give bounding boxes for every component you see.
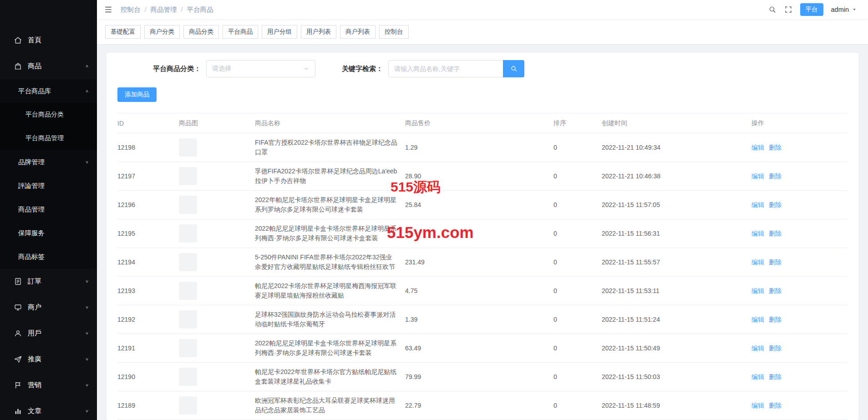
cell-id: 12198 bbox=[117, 133, 179, 162]
cell-actions: 编辑删除 bbox=[751, 305, 848, 334]
edit-link[interactable]: 编辑 bbox=[751, 144, 764, 151]
sidebar-item[interactable]: 品牌管理 ∨ bbox=[0, 150, 97, 174]
cell-name: 2022年帕尼尼卡塔尔世界杯足球明星卡盒足球明星系列罗纳尔多足球有限公司球迷卡套… bbox=[255, 191, 405, 219]
keyword-filter-label: 关键字检索： bbox=[342, 65, 383, 73]
edit-link[interactable]: 编辑 bbox=[751, 230, 764, 237]
category-select[interactable]: 请选择 bbox=[206, 60, 315, 77]
cell-price: 79.99 bbox=[405, 363, 553, 391]
tab[interactable]: 商户列表 × bbox=[340, 25, 376, 39]
sidebar-item[interactable]: 商品标签 bbox=[0, 245, 97, 268]
breadcrumb-separator: / bbox=[181, 6, 183, 13]
sidebar-item[interactable]: 推廣 ∨ bbox=[0, 346, 97, 372]
cell-sort: 0 bbox=[553, 248, 602, 277]
sidebar-item[interactable]: 平台商品管理 bbox=[0, 127, 97, 150]
delete-link[interactable]: 删除 bbox=[769, 287, 782, 294]
chevron-icon: ∨ bbox=[85, 279, 89, 283]
breadcrumb-link[interactable]: 平台商品 bbox=[187, 5, 213, 14]
article-icon bbox=[14, 407, 22, 415]
table-row: 12198 FIFA官方授权2022卡塔尔世界杯吉祥物足球纪念品口罩 1.29 … bbox=[117, 133, 848, 162]
keyword-input[interactable] bbox=[388, 60, 503, 77]
cell-created: 2022-11-15 11:50:03 bbox=[602, 363, 751, 391]
edit-link[interactable]: 编辑 bbox=[751, 172, 764, 180]
sidebar-item-label: 保障服务 bbox=[18, 229, 45, 238]
table-row: 12195 2022帕尼尼足球明星卡盒卡塔尔世界杯足球明星系列梅西·罗纳尔多足球… bbox=[117, 219, 848, 248]
sidebar-item[interactable]: 商品 ∧ bbox=[0, 53, 97, 79]
edit-link[interactable]: 编辑 bbox=[751, 373, 764, 380]
cell-id: 12193 bbox=[117, 277, 179, 305]
sidebar-item[interactable]: 商品管理 bbox=[0, 197, 97, 221]
cell-image bbox=[179, 219, 255, 248]
user-menu[interactable]: admin bbox=[831, 6, 858, 13]
edit-link[interactable]: 编辑 bbox=[751, 287, 764, 294]
chevron-icon: ∨ bbox=[85, 357, 89, 361]
promote-icon bbox=[14, 355, 22, 364]
product-image-placeholder bbox=[179, 339, 197, 357]
search-icon[interactable] bbox=[768, 5, 777, 14]
fullscreen-icon[interactable] bbox=[784, 5, 792, 14]
table-row: 12192 足球杯32强国旗纹身防水运动会马拉松赛事派对活动临时贴纸卡塔尔葡萄牙… bbox=[117, 305, 848, 334]
cell-name: 欧洲冠军杯表彰纪念品大耳朵联赛足球奖杯球迷用品纪念品家居装饰工艺品 bbox=[255, 391, 405, 420]
tab[interactable]: 用户分组 × bbox=[262, 25, 297, 39]
cell-created: 2022-11-15 11:50:49 bbox=[602, 334, 751, 363]
sidebar-item[interactable]: 营销 ∨ bbox=[0, 372, 97, 398]
sidebar-toggle-icon[interactable] bbox=[104, 5, 113, 14]
sidebar-item[interactable]: 評論管理 bbox=[0, 174, 97, 197]
sidebar-item-label: 商品管理 bbox=[18, 205, 45, 214]
sidebar-item[interactable]: 保障服务 bbox=[0, 221, 97, 245]
sidebar-item[interactable]: 平台商品分类 bbox=[0, 103, 97, 127]
edit-link[interactable]: 编辑 bbox=[751, 258, 764, 266]
edit-link[interactable]: 编辑 bbox=[751, 402, 764, 409]
delete-link[interactable]: 删除 bbox=[769, 230, 782, 237]
cell-name: 孚德FIFA2022卡塔尔世界杯足球纪念品周边La'eeb拉伊卜手办吉祥物 bbox=[255, 162, 405, 191]
cell-id: 12195 bbox=[117, 219, 179, 248]
cell-id: 12191 bbox=[117, 334, 179, 363]
cell-image bbox=[179, 191, 255, 219]
search-button[interactable] bbox=[503, 60, 524, 77]
cell-actions: 编辑删除 bbox=[751, 191, 848, 219]
cell-image bbox=[179, 162, 255, 191]
cell-image bbox=[179, 305, 255, 334]
delete-link[interactable]: 删除 bbox=[769, 402, 782, 409]
tab[interactable]: 商品分类 × bbox=[183, 25, 219, 39]
tab-label: 商户列表 bbox=[345, 28, 370, 36]
cell-created: 2022-11-15 11:56:31 bbox=[602, 219, 751, 248]
platform-badge[interactable]: 平台 bbox=[800, 3, 823, 16]
tab[interactable]: 商户分类 × bbox=[144, 25, 180, 39]
sidebar-item[interactable]: 訂單 ∨ bbox=[0, 268, 97, 294]
delete-link[interactable]: 删除 bbox=[769, 201, 782, 208]
cell-price: 4.75 bbox=[405, 277, 553, 305]
cell-name: 帕尼尼卡2022年世界杯卡塔尔官方贴纸帕尼尼贴纸盒套装球迷球星礼品收集卡 bbox=[255, 363, 405, 391]
cell-sort: 0 bbox=[553, 219, 602, 248]
delete-link[interactable]: 删除 bbox=[769, 373, 782, 380]
cell-sort: 0 bbox=[553, 305, 602, 334]
breadcrumb: 控制台 / 商品管理 / 平台商品 / bbox=[121, 5, 213, 14]
sidebar-item[interactable]: 商户 ∨ bbox=[0, 294, 97, 320]
tab[interactable]: 用户列表 × bbox=[301, 25, 336, 39]
cell-created: 2022-11-21 10:49:34 bbox=[602, 133, 751, 162]
edit-link[interactable]: 编辑 bbox=[751, 344, 764, 352]
sidebar-item-label: 平台商品库 bbox=[18, 87, 51, 96]
top-bar: 控制台 / 商品管理 / 平台商品 / 平台 bbox=[97, 0, 868, 19]
delete-link[interactable]: 删除 bbox=[769, 144, 782, 151]
sidebar-item[interactable]: 首頁 bbox=[0, 27, 97, 53]
tab[interactable]: 平台商品 × bbox=[223, 25, 258, 39]
cell-id: 12194 bbox=[117, 248, 179, 277]
tab[interactable]: 控制台 × bbox=[379, 25, 409, 39]
edit-link[interactable]: 编辑 bbox=[751, 201, 764, 208]
delete-link[interactable]: 删除 bbox=[769, 258, 782, 266]
sidebar-item[interactable]: 用戶 ∨ bbox=[0, 320, 97, 346]
breadcrumb-link[interactable]: 商品管理 bbox=[151, 5, 177, 14]
table-row: 12191 2022帕尼尼足球明星卡盒卡塔尔世界杯足球明星系列梅西·罗纳尔多足球… bbox=[117, 334, 848, 363]
breadcrumb-link[interactable]: 控制台 bbox=[121, 5, 141, 14]
cell-id: 12192 bbox=[117, 305, 179, 334]
add-product-button[interactable]: 添加商品 bbox=[117, 87, 157, 102]
delete-link[interactable]: 删除 bbox=[769, 344, 782, 352]
sidebar-item-label: 文章 bbox=[28, 407, 41, 415]
sidebar-item[interactable]: 文章 ∨ bbox=[0, 398, 97, 420]
edit-link[interactable]: 编辑 bbox=[751, 316, 764, 323]
sidebar-item[interactable]: 平台商品库 ∧ bbox=[0, 79, 97, 103]
tab-label: 用户列表 bbox=[306, 28, 331, 36]
tab[interactable]: 基礎配置 × bbox=[105, 25, 141, 39]
delete-link[interactable]: 删除 bbox=[769, 172, 782, 180]
delete-link[interactable]: 删除 bbox=[769, 316, 782, 323]
